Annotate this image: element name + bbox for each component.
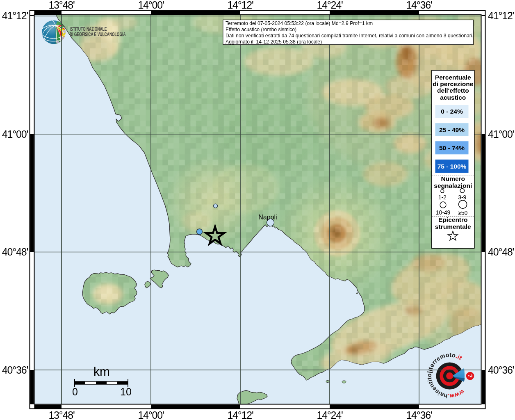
svg-text:14°00': 14°00' [138,0,164,11]
svg-text:41°12': 41°12' [2,10,28,21]
svg-text:13°48': 13°48' [48,0,75,11]
svg-text:14°24': 14°24' [317,0,343,11]
svg-text:40°36': 40°36' [488,364,514,376]
svg-text:50 - 74%: 50 - 74% [439,144,465,151]
svg-text:Napoli: Napoli [258,214,277,221]
svg-text:0: 0 [72,386,78,397]
svg-text:1-2: 1-2 [438,194,447,201]
svg-text:Numero: Numero [441,175,465,182]
svg-text:≥50: ≥50 [458,210,467,216]
svg-text:di percezione: di percezione [433,80,473,87]
svg-text:14°12': 14°12' [227,0,253,11]
svg-text:75 - 100%: 75 - 100% [438,163,467,170]
svg-text:segnalazioni: segnalazioni [434,182,472,189]
svg-text:40°48': 40°48' [2,246,28,258]
svg-text:14°36': 14°36' [406,409,432,420]
svg-text:3-9: 3-9 [458,194,466,201]
svg-text:14°00': 14°00' [138,409,164,420]
svg-text:?: ? [467,374,474,378]
svg-text:41°00': 41°00' [2,128,28,140]
svg-text:40°48': 40°48' [488,246,514,258]
svg-text:0 - 24%: 0 - 24% [441,108,463,115]
svg-text:Dati non verificati estratti d: Dati non verificati estratti da 74 quest… [226,33,474,39]
svg-text:10: 10 [120,386,132,397]
svg-text:Terremoto del 07-05-2024 05:53: Terremoto del 07-05-2024 05:53:22 (ora l… [226,21,373,26]
svg-text:41°00': 41°00' [488,128,514,140]
svg-text:14°24': 14°24' [317,409,343,420]
svg-text:Epicentro: Epicentro [438,216,467,223]
svg-text:14°12': 14°12' [227,409,253,420]
svg-text:strumentale: strumentale [435,223,471,230]
svg-text:dell'effetto: dell'effetto [437,87,469,94]
svg-text:ISTITUTO NAZIONALE: ISTITUTO NAZIONALE [70,26,107,32]
svg-text:40°36': 40°36' [2,364,28,376]
svg-text:km: km [93,365,110,378]
svg-text:DI GEOFISICA E VULCANOLOGIA: DI GEOFISICA E VULCANOLOGIA [70,31,126,37]
svg-text:10-49: 10-49 [436,209,451,216]
svg-text:41°12': 41°12' [488,10,514,21]
svg-text:13°48': 13°48' [48,409,75,420]
svg-text:Effetto acustico (rombo sismic: Effetto acustico (rombo sismico) [226,27,296,32]
svg-text:14°36': 14°36' [406,0,432,11]
svg-text:acustico: acustico [440,94,466,101]
svg-text:25 - 49%: 25 - 49% [439,126,465,133]
svg-text:Percentuale: Percentuale [435,74,471,81]
svg-text:Aggiornato il: 14-12-2025 05:3: Aggiornato il: 14-12-2025 05:38 (ora loc… [226,39,322,45]
